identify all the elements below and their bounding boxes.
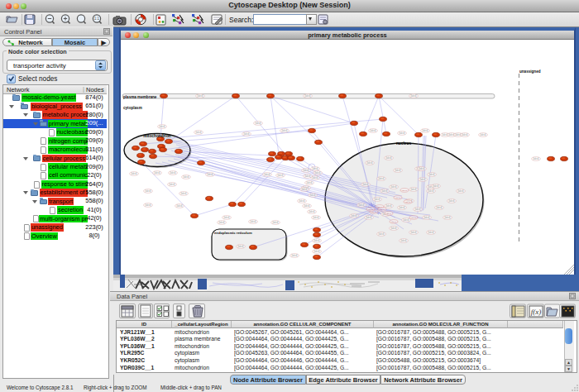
svg-text:[lab d]: [lab d] [444,216,450,219]
svg-text:[lab d]: [lab d] [403,218,409,222]
svg-text:[lab d]: [lab d] [197,94,203,98]
svg-text:1:1: 1:1 [94,17,100,21]
svg-text:[lab d]: [lab d] [358,203,364,207]
svg-text:[lab d]: [lab d] [399,206,404,209]
svg-text:unassigned: unassigned [519,69,541,74]
svg-text:[lab d]: [lab d] [410,188,416,191]
svg-text:[lab d]: [lab d] [366,161,372,165]
svg-text:[lab d]: [lab d] [378,232,384,236]
svg-text:[lab d]: [lab d] [314,171,320,174]
svg-text:[lab d]: [lab d] [410,94,416,98]
svg-text:[lab d]: [lab d] [423,216,429,219]
svg-text:[lab d]: [lab d] [309,210,314,213]
svg-text:[lab d]: [lab d] [411,217,417,219]
svg-text:[lab d]: [lab d] [145,203,151,207]
svg-text:[lab d]: [lab d] [390,227,396,230]
svg-text:[lab d]: [lab d] [131,172,136,175]
svg-text:[lab d]: [lab d] [400,239,406,242]
svg-text:[lab d]: [lab d] [313,250,319,253]
svg-text:[lab d]: [lab d] [304,204,309,208]
svg-text:[lab d]: [lab d] [299,199,304,203]
svg-text:[lab d]: [lab d] [378,177,384,180]
svg-text:[lab d]: [lab d] [237,245,243,248]
svg-text:[lab d]: [lab d] [154,171,160,174]
svg-text:[lab d]: [lab d] [264,173,270,176]
svg-text:mitochondrion: mitochondrion [143,134,171,138]
svg-text:[lab d]: [lab d] [405,201,411,203]
svg-text:[lab d]: [lab d] [390,185,396,189]
svg-text:[lab d]: [lab d] [457,189,463,193]
svg-text:[lab d]: [lab d] [304,94,310,98]
svg-text:[lab d]: [lab d] [291,254,297,257]
svg-text:[lab d]: [lab d] [366,216,371,219]
svg-text:[lab d]: [lab d] [195,131,201,134]
svg-text:[lab d]: [lab d] [183,175,189,179]
svg-text:[lab d]: [lab d] [391,221,397,223]
svg-text:[lab d]: [lab d] [306,181,312,184]
svg-text:[lab d]: [lab d] [145,189,151,193]
svg-text:nucleus: nucleus [396,141,411,146]
svg-text:[lab d]: [lab d] [313,239,319,242]
svg-text:[lab d]: [lab d] [303,169,309,172]
svg-text:[lab d]: [lab d] [386,213,392,215]
svg-text:[lab d]: [lab d] [304,174,310,178]
svg-text:[lab d]: [lab d] [399,131,404,135]
svg-text:[lab d]: [lab d] [207,173,213,176]
svg-text:[lab d]: [lab d] [395,169,400,172]
svg-text:[lab d]: [lab d] [370,129,376,132]
svg-text:[lab d]: [lab d] [313,216,318,219]
svg-text:[lab d]: [lab d] [169,183,175,186]
svg-text:[lab d]: [lab d] [533,157,538,160]
svg-text:f(x): f(x) [531,308,542,316]
svg-text:[lab d]: [lab d] [433,184,438,188]
svg-text:[lab d]: [lab d] [436,206,442,209]
svg-text:[lab d]: [lab d] [402,189,408,192]
svg-text:[lab d]: [lab d] [385,156,391,160]
svg-text:[lab d]: [lab d] [223,216,229,219]
svg-text:[lab d]: [lab d] [312,176,318,179]
svg-text:[lab d]: [lab d] [385,204,391,208]
svg-text:[lab d]: [lab d] [381,189,387,193]
svg-text:[lab d]: [lab d] [159,125,165,128]
svg-text:[lab d]: [lab d] [368,208,374,211]
svg-text:endoplasmic reticulum: endoplasmic reticulum [214,231,252,235]
svg-text:[lab d]: [lab d] [309,194,315,197]
svg-text:[lab d]: [lab d] [419,167,424,170]
svg-text:cytoplasm: cytoplasm [123,106,142,110]
svg-text:[lab d]: [lab d] [272,221,278,224]
svg-text:[lab d]: [lab d] [428,189,433,193]
svg-text:[lab d]: [lab d] [312,167,318,170]
svg-text:plasma membrane: plasma membrane [123,95,157,99]
svg-text:[lab d]: [lab d] [380,208,385,211]
svg-text:[lab d]: [lab d] [180,192,186,195]
svg-text:[lab d]: [lab d] [218,221,224,224]
svg-text:[lab d]: [lab d] [419,178,425,181]
svg-text:[lab d]: [lab d] [410,231,416,234]
svg-text:[lab d]: [lab d] [428,173,434,176]
svg-text:[lab d]: [lab d] [255,122,261,125]
svg-text:[lab d]: [lab d] [428,231,433,234]
svg-text:[lab d]: [lab d] [422,129,428,132]
svg-text:[lab d]: [lab d] [351,214,356,218]
svg-text:[lab d]: [lab d] [176,204,182,208]
svg-text:[lab d]: [lab d] [170,171,175,174]
svg-text:[lab d]: [lab d] [448,199,454,203]
svg-text:[lab d]: [lab d] [301,188,307,191]
svg-text:[lab d]: [lab d] [462,133,467,136]
svg-text:[lab d]: [lab d] [250,220,256,223]
svg-text:[lab d]: [lab d] [395,197,401,199]
svg-text:[lab d]: [lab d] [277,174,283,177]
svg-text:[lab d]: [lab d] [362,183,368,186]
svg-text:[lab d]: [lab d] [374,198,380,201]
svg-text:[lab d]: [lab d] [480,133,486,136]
svg-text:[lab d]: [lab d] [371,211,377,213]
svg-text:[lab d]: [lab d] [281,129,287,132]
svg-text:[lab d]: [lab d] [414,208,420,211]
svg-text:[lab d]: [lab d] [243,132,249,136]
